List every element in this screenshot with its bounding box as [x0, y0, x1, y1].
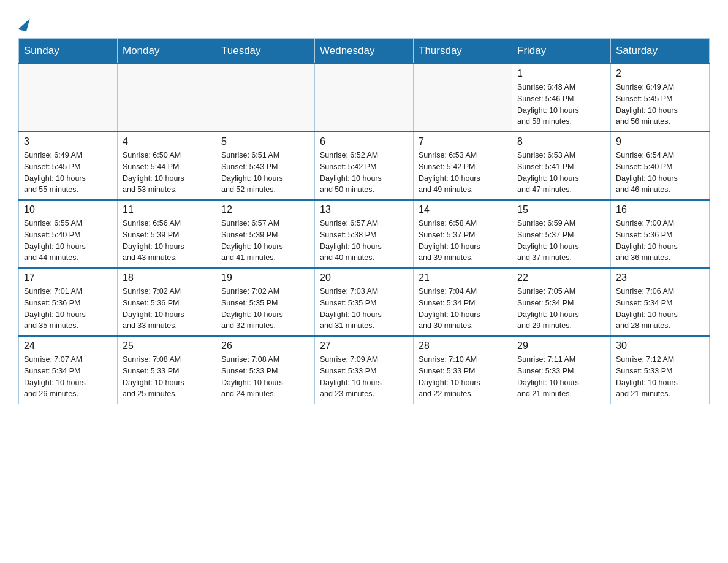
day-info: Sunrise: 6:57 AMSunset: 5:39 PMDaylight:…: [221, 218, 309, 264]
calendar-cell: 25Sunrise: 7:08 AMSunset: 5:33 PMDayligh…: [118, 336, 216, 404]
weekday-header-wednesday: Wednesday: [315, 39, 414, 64]
logo: [18, 18, 29, 32]
calendar-cell: 28Sunrise: 7:10 AMSunset: 5:33 PMDayligh…: [414, 336, 512, 404]
day-number: 24: [24, 340, 112, 351]
calendar-cell: 23Sunrise: 7:06 AMSunset: 5:34 PMDayligh…: [611, 268, 710, 336]
day-number: 4: [123, 136, 211, 147]
day-info: Sunrise: 7:06 AMSunset: 5:34 PMDaylight:…: [616, 286, 704, 332]
calendar-cell: [216, 64, 315, 132]
day-number: 21: [419, 272, 507, 283]
day-info: Sunrise: 7:02 AMSunset: 5:35 PMDaylight:…: [221, 286, 309, 332]
day-info: Sunrise: 6:54 AMSunset: 5:40 PMDaylight:…: [616, 150, 704, 196]
day-info: Sunrise: 6:56 AMSunset: 5:39 PMDaylight:…: [123, 218, 211, 264]
calendar-cell: 30Sunrise: 7:12 AMSunset: 5:33 PMDayligh…: [611, 336, 710, 404]
day-number: 23: [616, 272, 704, 283]
calendar-cell: 27Sunrise: 7:09 AMSunset: 5:33 PMDayligh…: [315, 336, 414, 404]
day-info: Sunrise: 6:55 AMSunset: 5:40 PMDaylight:…: [24, 218, 112, 264]
calendar-cell: 16Sunrise: 7:00 AMSunset: 5:36 PMDayligh…: [611, 200, 710, 268]
day-number: 25: [123, 340, 211, 351]
day-info: Sunrise: 6:53 AMSunset: 5:42 PMDaylight:…: [419, 150, 507, 196]
calendar-cell: 15Sunrise: 6:59 AMSunset: 5:37 PMDayligh…: [512, 200, 611, 268]
calendar-cell: 13Sunrise: 6:57 AMSunset: 5:38 PMDayligh…: [315, 200, 414, 268]
day-number: 26: [221, 340, 309, 351]
day-info: Sunrise: 7:12 AMSunset: 5:33 PMDaylight:…: [616, 354, 704, 400]
day-number: 5: [221, 136, 309, 147]
day-info: Sunrise: 7:07 AMSunset: 5:34 PMDaylight:…: [24, 354, 112, 400]
calendar-cell: 20Sunrise: 7:03 AMSunset: 5:35 PMDayligh…: [315, 268, 414, 336]
calendar-cell: 4Sunrise: 6:50 AMSunset: 5:44 PMDaylight…: [118, 132, 216, 200]
day-info: Sunrise: 7:11 AMSunset: 5:33 PMDaylight:…: [517, 354, 605, 400]
calendar-cell: 12Sunrise: 6:57 AMSunset: 5:39 PMDayligh…: [216, 200, 315, 268]
day-info: Sunrise: 7:08 AMSunset: 5:33 PMDaylight:…: [123, 354, 211, 400]
calendar-cell: 18Sunrise: 7:02 AMSunset: 5:36 PMDayligh…: [118, 268, 216, 336]
day-number: 22: [517, 272, 605, 283]
calendar-cell: 5Sunrise: 6:51 AMSunset: 5:43 PMDaylight…: [216, 132, 315, 200]
day-info: Sunrise: 7:03 AMSunset: 5:35 PMDaylight:…: [320, 286, 408, 332]
weekday-header-thursday: Thursday: [414, 39, 512, 64]
day-info: Sunrise: 7:09 AMSunset: 5:33 PMDaylight:…: [320, 354, 408, 400]
day-info: Sunrise: 6:52 AMSunset: 5:42 PMDaylight:…: [320, 150, 408, 196]
day-number: 15: [517, 204, 605, 215]
day-number: 14: [419, 204, 507, 215]
calendar-cell: 26Sunrise: 7:08 AMSunset: 5:33 PMDayligh…: [216, 336, 315, 404]
logo-triangle-icon: [18, 17, 29, 32]
calendar-cell: 11Sunrise: 6:56 AMSunset: 5:39 PMDayligh…: [118, 200, 216, 268]
calendar-cell: 1Sunrise: 6:48 AMSunset: 5:46 PMDaylight…: [512, 64, 611, 132]
day-number: 16: [616, 204, 704, 215]
day-info: Sunrise: 7:04 AMSunset: 5:34 PMDaylight:…: [419, 286, 507, 332]
calendar-cell: 19Sunrise: 7:02 AMSunset: 5:35 PMDayligh…: [216, 268, 315, 336]
calendar-cell: 2Sunrise: 6:49 AMSunset: 5:45 PMDaylight…: [611, 64, 710, 132]
calendar-cell: [315, 64, 414, 132]
calendar-cell: [414, 64, 512, 132]
day-info: Sunrise: 7:02 AMSunset: 5:36 PMDaylight:…: [123, 286, 211, 332]
day-number: 1: [517, 68, 605, 79]
calendar-table: SundayMondayTuesdayWednesdayThursdayFrid…: [18, 38, 710, 404]
day-number: 28: [419, 340, 507, 351]
calendar-cell: 9Sunrise: 6:54 AMSunset: 5:40 PMDaylight…: [611, 132, 710, 200]
day-info: Sunrise: 6:51 AMSunset: 5:43 PMDaylight:…: [221, 150, 309, 196]
day-info: Sunrise: 6:49 AMSunset: 5:45 PMDaylight:…: [24, 150, 112, 196]
day-info: Sunrise: 6:50 AMSunset: 5:44 PMDaylight:…: [123, 150, 211, 196]
week-row-4: 17Sunrise: 7:01 AMSunset: 5:36 PMDayligh…: [19, 268, 710, 336]
week-row-5: 24Sunrise: 7:07 AMSunset: 5:34 PMDayligh…: [19, 336, 710, 404]
day-number: 19: [221, 272, 309, 283]
day-number: 12: [221, 204, 309, 215]
calendar-cell: 10Sunrise: 6:55 AMSunset: 5:40 PMDayligh…: [19, 200, 118, 268]
day-info: Sunrise: 7:00 AMSunset: 5:36 PMDaylight:…: [616, 218, 704, 264]
day-number: 2: [616, 68, 704, 79]
day-number: 27: [320, 340, 408, 351]
page-header: [18, 12, 710, 32]
day-info: Sunrise: 6:48 AMSunset: 5:46 PMDaylight:…: [517, 82, 605, 128]
calendar-cell: 6Sunrise: 6:52 AMSunset: 5:42 PMDaylight…: [315, 132, 414, 200]
calendar-header-row: SundayMondayTuesdayWednesdayThursdayFrid…: [19, 39, 710, 64]
calendar-cell: 22Sunrise: 7:05 AMSunset: 5:34 PMDayligh…: [512, 268, 611, 336]
weekday-header-tuesday: Tuesday: [216, 39, 315, 64]
weekday-header-friday: Friday: [512, 39, 611, 64]
calendar-cell: 8Sunrise: 6:53 AMSunset: 5:41 PMDaylight…: [512, 132, 611, 200]
day-number: 3: [24, 136, 112, 147]
calendar-cell: 17Sunrise: 7:01 AMSunset: 5:36 PMDayligh…: [19, 268, 118, 336]
weekday-header-monday: Monday: [118, 39, 216, 64]
day-number: 8: [517, 136, 605, 147]
week-row-2: 3Sunrise: 6:49 AMSunset: 5:45 PMDaylight…: [19, 132, 710, 200]
day-info: Sunrise: 6:58 AMSunset: 5:37 PMDaylight:…: [419, 218, 507, 264]
day-number: 17: [24, 272, 112, 283]
calendar-cell: 3Sunrise: 6:49 AMSunset: 5:45 PMDaylight…: [19, 132, 118, 200]
calendar-cell: [118, 64, 216, 132]
day-info: Sunrise: 7:05 AMSunset: 5:34 PMDaylight:…: [517, 286, 605, 332]
day-number: 18: [123, 272, 211, 283]
day-number: 6: [320, 136, 408, 147]
weekday-header-saturday: Saturday: [611, 39, 710, 64]
day-number: 10: [24, 204, 112, 215]
weekday-header-sunday: Sunday: [19, 39, 118, 64]
day-info: Sunrise: 6:59 AMSunset: 5:37 PMDaylight:…: [517, 218, 605, 264]
day-info: Sunrise: 7:10 AMSunset: 5:33 PMDaylight:…: [419, 354, 507, 400]
day-number: 9: [616, 136, 704, 147]
calendar-cell: 21Sunrise: 7:04 AMSunset: 5:34 PMDayligh…: [414, 268, 512, 336]
week-row-3: 10Sunrise: 6:55 AMSunset: 5:40 PMDayligh…: [19, 200, 710, 268]
day-number: 20: [320, 272, 408, 283]
calendar-cell: 14Sunrise: 6:58 AMSunset: 5:37 PMDayligh…: [414, 200, 512, 268]
day-info: Sunrise: 7:08 AMSunset: 5:33 PMDaylight:…: [221, 354, 309, 400]
day-info: Sunrise: 7:01 AMSunset: 5:36 PMDaylight:…: [24, 286, 112, 332]
calendar-cell: [19, 64, 118, 132]
